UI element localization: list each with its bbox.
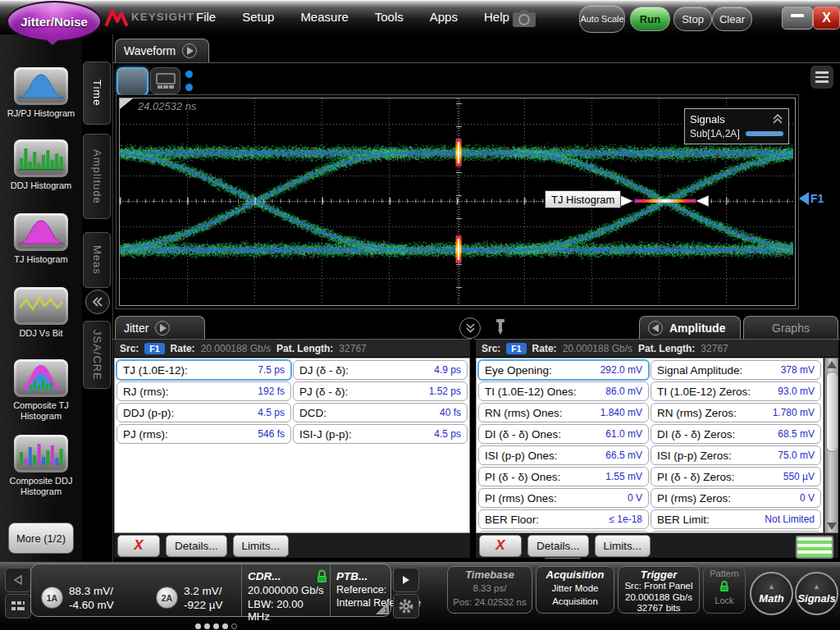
signals-button[interactable]: ▲ Signals <box>795 572 838 615</box>
jitter-limits-button[interactable]: Limits... <box>233 535 290 557</box>
scroll-down-icon[interactable] <box>827 523 837 530</box>
sidebar-item-ddj-vs-bit[interactable]: DDJ Vs Bit <box>0 287 82 339</box>
menu-tools[interactable]: Tools <box>372 8 407 25</box>
measurement-cell[interactable]: DJ (δ - δ):4.9 ps <box>293 360 468 380</box>
measurement-cell[interactable]: RN (rms) Ones:1.840 mV <box>478 403 649 422</box>
clear-button[interactable]: Clear <box>712 7 752 31</box>
acquisition-panel[interactable]: Acquisition Jitter Mode Acquisition <box>536 566 614 614</box>
scroll-left-button[interactable] <box>5 568 31 592</box>
measurement-cell[interactable]: Eye Opening:292.0 mV <box>477 359 650 381</box>
tab-amplitude[interactable]: Amplitude <box>83 134 111 219</box>
measurement-cell[interactable]: Signal Amplitude:378 mV <box>651 360 821 380</box>
tab-jsa-cre[interactable]: JSA/CRE <box>83 321 111 389</box>
src-badge[interactable]: F1 <box>506 343 526 354</box>
back-circle-icon[interactable] <box>648 321 663 336</box>
page-dot-1[interactable] <box>195 623 201 629</box>
eye-diagram-plot[interactable]: 24.02532 ns Signals Sub[1A,2A] TJ Histog… <box>119 98 796 306</box>
page-dots[interactable] <box>194 618 239 630</box>
measurement-cell[interactable]: BER Limit:Not Limited <box>651 509 821 529</box>
view-dot-1-icon[interactable] <box>185 71 193 78</box>
measurement-cell[interactable]: ISI-J (p-p):4.5 ps <box>293 424 468 444</box>
sidebar-item-composite-tj-histogram[interactable]: Composite TJ Histogram <box>0 359 82 422</box>
measurement-cell[interactable]: PI (δ - δ) Zeros:550 µV <box>651 467 821 486</box>
channel-2a-button[interactable]: 2A <box>156 587 178 609</box>
chevron-double-up-icon[interactable] <box>772 114 783 124</box>
menu-measure[interactable]: Measure <box>297 8 351 25</box>
rj-pj-histogram-button[interactable] <box>14 67 68 105</box>
tab-waveform[interactable]: Waveform <box>115 39 209 62</box>
menu-apps[interactable]: Apps <box>427 8 461 25</box>
signals-legend[interactable]: Signals Sub[1A,2A] <box>684 108 789 144</box>
settings-button[interactable] <box>393 594 419 619</box>
tab-jitter[interactable]: Jitter <box>115 316 205 340</box>
page-dot-5[interactable] <box>231 623 237 629</box>
sidebar-item-ddj-histogram[interactable]: DDJ Histogram <box>0 139 82 191</box>
jitter-delete-button[interactable]: X <box>117 535 160 557</box>
measurement-cell[interactable]: TJ (1.0E-12):7.5 ps <box>116 359 292 381</box>
menu-file[interactable]: File <box>193 8 219 25</box>
page-dot-4[interactable] <box>222 623 228 629</box>
f1-signal-marker[interactable]: F1 <box>799 192 824 205</box>
channel-1a-button[interactable]: 1A <box>41 587 63 609</box>
measurement-cell[interactable]: RJ (rms):192 fs <box>116 381 291 401</box>
math-button[interactable]: ▲ Math <box>750 572 793 615</box>
auto-scale-button[interactable]: Auto Scale <box>579 5 625 33</box>
tab-meas[interactable]: Meas <box>83 232 111 288</box>
amplitude-details-button[interactable]: Details... <box>527 535 589 557</box>
tab-amplitude[interactable]: Amplitude <box>639 316 741 340</box>
amplitude-limits-button[interactable]: Limits... <box>595 535 651 557</box>
measurement-cell[interactable]: ISI (p-p) Ones:66.5 mV <box>478 445 649 465</box>
layout-single-button[interactable] <box>116 67 148 96</box>
ddj-vs-bit-button[interactable] <box>14 287 68 325</box>
layout-grid-button[interactable] <box>150 67 180 94</box>
scroll-up-icon[interactable] <box>827 361 837 368</box>
tab-time[interactable]: Time <box>83 62 111 125</box>
measurement-cell[interactable]: PJ (δ - δ):1.52 ps <box>293 381 468 401</box>
measurement-cell[interactable]: DI (δ - δ) Zeros:68.5 mV <box>651 424 821 444</box>
amplitude-delete-button[interactable]: X <box>479 535 522 557</box>
measurement-cell[interactable]: RN (rms) Zeros:1.780 mV <box>651 403 821 422</box>
measurement-cell[interactable]: DDJ (p-p):4.5 ps <box>116 403 291 422</box>
sidebar-item-tj-histogram[interactable]: TJ Histogram <box>0 213 82 265</box>
measurement-cell[interactable]: DI (δ - δ) Ones:61.0 mV <box>478 424 649 444</box>
pin-icon[interactable] <box>494 318 507 340</box>
measurement-cell[interactable]: DCD:40 fs <box>293 403 468 422</box>
ddj-histogram-button[interactable] <box>14 139 68 177</box>
more-button[interactable]: More (1/2) <box>8 523 74 554</box>
amplitude-scrollbar[interactable] <box>824 358 838 533</box>
timebase-panel[interactable]: Timebase 8.33 ps/ Pos: 24.02532 ns <box>447 566 532 614</box>
play-circle-icon[interactable] <box>182 43 197 58</box>
measurement-cell[interactable]: TI (1.0E-12) Zeros:93.0 mV <box>651 381 821 401</box>
camera-icon[interactable] <box>511 7 537 32</box>
measurement-cell[interactable]: PJ (rms):546 fs <box>116 424 291 444</box>
app-menu-badge[interactable]: Jitter/Noise <box>7 1 102 42</box>
tj-histogram-button[interactable] <box>14 213 68 251</box>
scroll-right-button[interactable] <box>393 568 419 592</box>
cdr-panel[interactable]: CDR... 20.000000 Gb/s LBW: 20.00 MHz <box>248 569 328 623</box>
channel-grid-button[interactable] <box>5 594 31 619</box>
pattern-lock-panel[interactable]: Pattern Lock <box>703 566 746 614</box>
composite-tj-histogram-button[interactable] <box>14 359 68 397</box>
collapse-sidebar-button[interactable] <box>85 290 110 314</box>
plot-menu-button[interactable] <box>810 66 833 89</box>
close-button[interactable]: X <box>813 7 840 30</box>
measurement-cell[interactable]: PI (rms) Ones:0 V <box>478 488 649 508</box>
measurement-cell[interactable]: TI (1.0E-12) Ones:86.0 mV <box>478 381 649 401</box>
measurement-cell[interactable]: BER Floor:≤ 1e-18 <box>478 509 649 529</box>
menu-setup[interactable]: Setup <box>239 8 277 25</box>
jitter-details-button[interactable]: Details... <box>166 535 227 557</box>
sidebar-item-rj-pj-histogram[interactable]: RJ/PJ Histogram <box>0 67 82 119</box>
measurement-cell[interactable]: PI (rms) Zeros:0 V <box>651 488 821 508</box>
scroll-thumb[interactable] <box>826 372 838 452</box>
run-button[interactable]: Run <box>630 7 670 31</box>
play-circle-icon[interactable] <box>155 321 170 336</box>
page-dot-3[interactable] <box>213 623 219 629</box>
measurement-cell[interactable]: PI (δ - δ) Ones:1.55 mV <box>478 467 649 486</box>
src-badge[interactable]: F1 <box>144 343 164 354</box>
stop-button[interactable]: Stop <box>673 7 712 31</box>
collapse-results-button[interactable] <box>459 317 481 339</box>
page-dot-2[interactable] <box>204 623 210 629</box>
trigger-panel[interactable]: Trigger Src: Front Panel 20.000188 Gb/s … <box>618 566 700 614</box>
view-dot-2-icon[interactable] <box>185 84 193 91</box>
tab-graphs[interactable]: Graphs <box>743 316 838 340</box>
